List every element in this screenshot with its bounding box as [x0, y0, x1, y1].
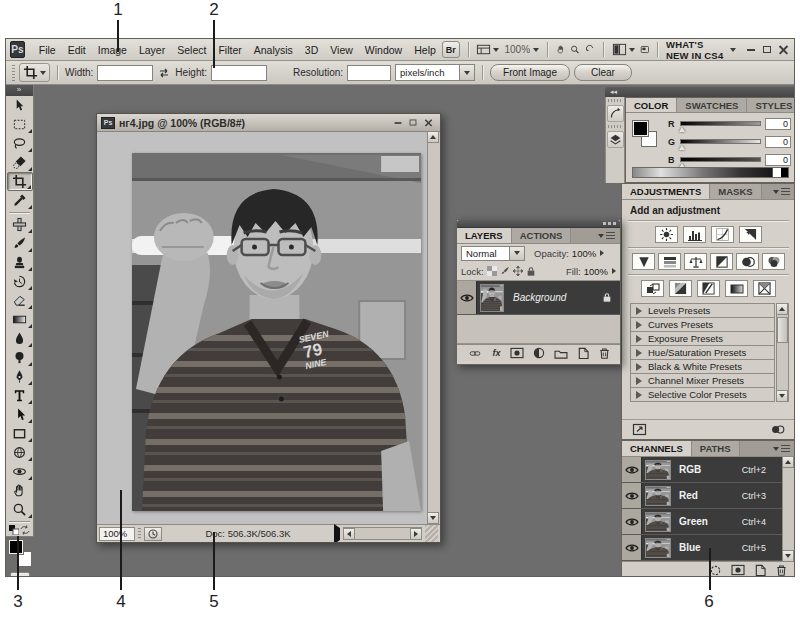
tab-adjustments[interactable]: ADJUSTMENTS — [622, 184, 710, 199]
zoom-level-button[interactable]: 100% — [504, 44, 539, 55]
canvas-area[interactable] — [97, 132, 427, 524]
channels-panel-menu-button[interactable] — [768, 441, 794, 456]
tool-move[interactable] — [7, 96, 33, 115]
zoom-tool-icon[interactable] — [570, 42, 580, 57]
save-selection-icon[interactable] — [731, 564, 745, 576]
adjustment-selective-color[interactable] — [753, 280, 776, 297]
blue-value[interactable]: 0 — [765, 154, 791, 166]
new-adjustment-layer-icon[interactable] — [533, 347, 545, 359]
adjustment-threshold[interactable] — [697, 280, 720, 297]
vertical-scrollbar[interactable] — [427, 132, 440, 524]
arrange-documents-button[interactable] — [612, 42, 635, 57]
preset-black-white[interactable]: Black & White Presets — [630, 359, 775, 374]
new-channel-icon[interactable] — [754, 564, 766, 576]
green-value[interactable]: 0 — [765, 136, 791, 148]
tool-eraser[interactable] — [7, 291, 33, 310]
layer-comps-panel-button[interactable] — [607, 131, 624, 148]
tool-3d-rotate[interactable] — [7, 443, 33, 462]
ramp-black-end[interactable] — [781, 168, 788, 177]
tool-history-brush[interactable] — [7, 272, 33, 291]
swap-colors-icon[interactable] — [20, 525, 30, 535]
channel-visibility-toggle[interactable] — [622, 483, 642, 508]
clip-to-layer-icon[interactable] — [770, 423, 785, 436]
menu-view[interactable]: View — [324, 44, 359, 56]
add-layer-mask-icon[interactable] — [510, 347, 524, 359]
layers-panel-menu-button[interactable] — [593, 228, 620, 243]
color-ramp[interactable] — [632, 167, 789, 178]
toolbar-collapse-button[interactable]: » — [6, 85, 33, 96]
document-title-bar[interactable]: Ps нг4.jpg @ 100% (RGB/8#) — [97, 114, 440, 132]
close-button[interactable] — [779, 45, 788, 54]
tab-color[interactable]: COLOR — [626, 98, 677, 112]
fill-spinner-icon[interactable] — [612, 268, 616, 274]
tool-quick-selection[interactable] — [7, 153, 33, 172]
minimize-button[interactable] — [747, 49, 755, 51]
preset-curves[interactable]: Curves Presets — [630, 317, 775, 332]
scroll-right-button[interactable] — [410, 528, 422, 540]
adjustment-brightness-contrast[interactable] — [655, 226, 678, 243]
rotate-view-icon[interactable] — [585, 42, 595, 57]
lock-transparency-icon[interactable] — [487, 266, 497, 276]
scroll-down-button[interactable] — [427, 512, 439, 524]
tab-masks[interactable]: MASKS — [710, 184, 761, 199]
menu-analysis[interactable]: Analysis — [248, 44, 299, 56]
menu-3d[interactable]: 3D — [299, 44, 324, 56]
screen-mode-icon[interactable] — [640, 42, 650, 57]
tool-zoom[interactable] — [7, 500, 33, 519]
opacity-spinner-icon[interactable] — [600, 250, 604, 256]
red-slider-thumb[interactable] — [679, 127, 685, 132]
link-layers-icon[interactable] — [467, 349, 483, 358]
doc-restore-button[interactable] — [410, 120, 417, 126]
options-bar-grip[interactable] — [12, 65, 15, 81]
tool-dodge[interactable] — [7, 348, 33, 367]
channel-row-rgb[interactable]: RGB Ctrl+2 — [622, 457, 782, 483]
menu-help[interactable]: Help — [408, 44, 442, 56]
menu-filter[interactable]: Filter — [212, 44, 247, 56]
menu-layer[interactable]: Layer — [133, 44, 171, 56]
adjustment-vibrance[interactable] — [632, 253, 655, 270]
scroll-up-button[interactable] — [776, 303, 788, 315]
photoshop-logo[interactable]: Ps — [10, 41, 25, 58]
tool-spot-healing-brush[interactable] — [7, 215, 33, 234]
clear-button[interactable]: Clear — [574, 64, 632, 81]
adjustment-curves[interactable] — [711, 226, 734, 243]
adjustment-photo-filter[interactable] — [736, 253, 759, 270]
blue-slider[interactable] — [680, 157, 761, 162]
tool-blur[interactable] — [7, 329, 33, 348]
opacity-value[interactable]: 100% — [572, 248, 596, 259]
red-slider[interactable] — [680, 121, 761, 126]
status-zoom-field[interactable]: 100% — [99, 527, 135, 541]
blend-mode-select[interactable]: Normal — [461, 246, 525, 261]
view-extras-button[interactable] — [476, 42, 499, 57]
resize-grip[interactable] — [425, 525, 438, 542]
menu-edit[interactable]: Edit — [62, 44, 92, 56]
tool-rectangular-marquee[interactable] — [7, 115, 33, 134]
status-menu-button[interactable] — [334, 528, 340, 540]
tool-crop[interactable] — [7, 172, 33, 191]
adjustment-color-balance[interactable] — [684, 253, 707, 270]
adjustment-gradient-map[interactable] — [725, 280, 748, 297]
doc-minimize-button[interactable] — [395, 122, 402, 124]
channel-visibility-toggle[interactable] — [622, 535, 642, 560]
version-cue-button[interactable] — [144, 527, 162, 541]
preset-channel-mixer[interactable]: Channel Mixer Presets — [630, 373, 775, 388]
menu-file[interactable]: File — [33, 44, 62, 56]
tab-actions[interactable]: ACTIONS — [512, 228, 572, 243]
adjustment-invert[interactable] — [641, 280, 664, 297]
adjustments-panel-menu-button[interactable] — [768, 184, 794, 199]
menu-select[interactable]: Select — [171, 44, 212, 56]
layer-name[interactable]: Background — [513, 292, 566, 303]
adjustment-posterize[interactable] — [669, 280, 692, 297]
tab-paths[interactable]: PATHS — [692, 441, 740, 456]
menu-image[interactable]: Image — [92, 44, 133, 56]
adjustment-channel-mixer[interactable] — [762, 253, 785, 270]
preset-selective-color[interactable]: Selective Color Presets — [630, 387, 775, 402]
preset-levels[interactable]: Levels Presets — [630, 303, 775, 318]
channel-visibility-toggle[interactable] — [622, 509, 642, 534]
lock-position-icon[interactable] — [513, 266, 523, 276]
green-slider[interactable] — [680, 139, 761, 144]
tool-type[interactable] — [7, 386, 33, 405]
scroll-down-button[interactable] — [776, 390, 788, 402]
whats-new-menu[interactable]: WHAT'S NEW IN CS4 — [666, 39, 736, 61]
history-panel-button[interactable] — [607, 105, 624, 122]
